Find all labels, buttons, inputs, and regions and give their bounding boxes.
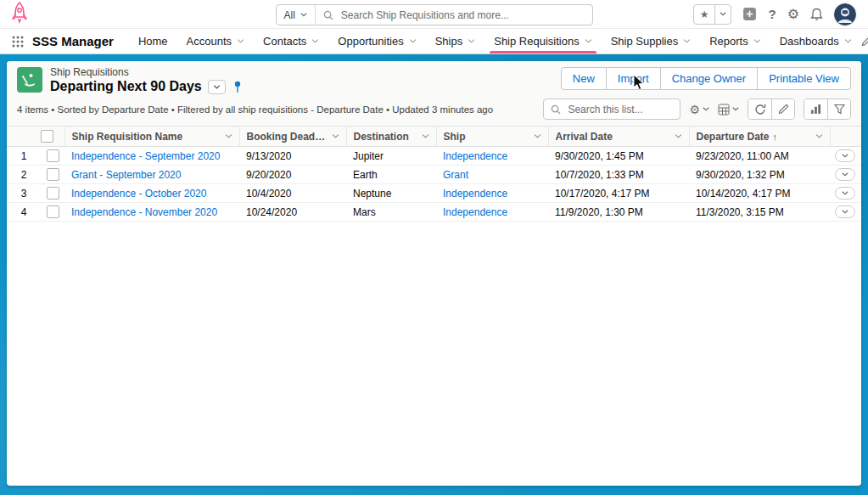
notifications-button[interactable] [810, 8, 823, 21]
row-actions-button[interactable] [835, 149, 855, 162]
filter-icon [834, 104, 845, 115]
favorites-menu-button[interactable] [714, 5, 731, 24]
row-actions-button[interactable] [835, 187, 855, 200]
column-header-destination[interactable]: Destination [346, 127, 436, 147]
requisition-link[interactable]: Independence - October 2020 [71, 188, 206, 200]
pin-icon [233, 81, 242, 93]
list-view-card: Ship Requisitions Departing Next 90 Days [7, 61, 861, 486]
printable-view-button[interactable]: Printable View [758, 67, 851, 90]
search-scope-selector[interactable]: All [277, 5, 316, 25]
app-launcher-icon[interactable] [12, 29, 24, 53]
ship-link[interactable]: Independence [443, 150, 507, 162]
chevron-down-icon [422, 134, 429, 138]
table-row: 2 Grant - September 2020 9/20/2020 Earth… [7, 166, 861, 184]
tab-home[interactable]: Home [129, 29, 177, 53]
select-all-header [41, 127, 64, 147]
gear-icon: ⚙ [787, 8, 799, 21]
global-actions-button[interactable] [742, 7, 757, 21]
favorites-button[interactable]: ★ [693, 4, 732, 25]
filters-button[interactable] [827, 99, 850, 119]
table-row: 1 Independence - September 2020 9/13/202… [7, 147, 861, 166]
ship-link[interactable]: Grant [443, 169, 468, 181]
row-number: 3 [7, 184, 41, 203]
table-row: 4 Independence - November 2020 10/24/202… [7, 203, 861, 222]
rocket-logo-icon [12, 2, 27, 27]
refresh-button[interactable] [748, 99, 771, 119]
chevron-down-icon [842, 154, 848, 158]
column-header-booking-deadline[interactable]: Booking Deadline [239, 127, 346, 147]
table-row: 3 Independence - October 2020 10/4/2020 … [7, 184, 861, 203]
tab-label: Accounts [187, 35, 232, 48]
cell-arrival-date: 10/17/2020, 4:17 PM [548, 184, 689, 203]
app-nav-bar: SSS Manager Home Accounts Contacts Oppor… [0, 29, 868, 54]
list-view-table: Ship Requisition Name Booking Deadline D… [7, 126, 861, 222]
import-button[interactable]: Import [607, 67, 661, 90]
requisition-link[interactable]: Grant - September 2020 [71, 169, 181, 181]
tab-contacts[interactable]: Contacts [254, 29, 328, 53]
table-header-row: Ship Requisition Name Booking Deadline D… [7, 127, 861, 147]
tab-opportunities[interactable]: Opportunities [328, 29, 425, 53]
chevron-down-icon [683, 39, 691, 43]
row-number-header [7, 127, 41, 147]
chevron-down-icon [842, 191, 848, 195]
app-name: SSS Manager [32, 29, 114, 53]
display-as-button[interactable] [718, 104, 739, 115]
select-all-checkbox[interactable] [41, 130, 53, 143]
requisition-link[interactable]: Independence - September 2020 [71, 150, 220, 162]
chevron-down-icon [332, 134, 339, 138]
charts-button[interactable] [804, 99, 827, 119]
list-view-controls-button[interactable]: ⚙ [689, 104, 709, 115]
tab-label: Ships [435, 35, 463, 48]
list-view-title: Departing Next 90 Days [50, 79, 202, 94]
row-checkbox[interactable] [47, 149, 59, 162]
chevron-down-icon [703, 107, 709, 111]
row-number: 2 [7, 166, 41, 184]
screen: All ★ ? ⚙ [0, 0, 868, 495]
list-search-input[interactable] [566, 103, 673, 116]
column-header-ship[interactable]: Ship [436, 127, 548, 147]
tab-ship-requisitions[interactable]: Ship Requisitions [484, 29, 601, 53]
list-view-selector-button[interactable] [208, 80, 226, 94]
setup-button[interactable]: ⚙ [787, 8, 799, 21]
row-checkbox[interactable] [47, 187, 59, 200]
ship-link[interactable]: Independence [443, 188, 507, 200]
pin-list-button[interactable] [232, 81, 244, 93]
list-meta-text: 4 items • Sorted by Departure Date • Fil… [17, 104, 493, 115]
column-header-arrival-date[interactable]: Arrival Date [548, 127, 689, 147]
list-view-title-block: Ship Requisitions Departing Next 90 Days [50, 67, 244, 94]
tab-accounts[interactable]: Accounts [177, 29, 254, 53]
cell-departure-date: 9/23/2020, 11:00 AM [689, 147, 830, 166]
cell-destination: Earth [346, 166, 436, 184]
search-icon [323, 10, 333, 20]
chevron-down-icon [225, 134, 232, 138]
help-button[interactable]: ? [768, 7, 776, 21]
inline-edit-button[interactable] [771, 99, 794, 119]
tab-ships[interactable]: Ships [426, 29, 485, 53]
list-view-header: Ship Requisitions Departing Next 90 Days [7, 61, 861, 126]
tab-reports[interactable]: Reports [700, 29, 770, 53]
chevron-down-icon [732, 107, 739, 111]
chevron-down-icon [842, 172, 848, 177]
chevron-down-icon [300, 13, 307, 17]
cell-departure-date: 10/14/2020, 4:17 PM [689, 184, 830, 203]
row-checkbox[interactable] [47, 168, 59, 181]
requisition-link[interactable]: Independence - November 2020 [71, 206, 217, 218]
column-header-departure-date[interactable]: Departure Date ↑ [689, 127, 830, 147]
change-owner-button[interactable]: Change Owner [661, 67, 758, 90]
chart-icon [810, 104, 821, 115]
cell-arrival-date: 10/7/2020, 1:33 PM [548, 166, 689, 184]
row-actions-button[interactable] [835, 205, 855, 218]
row-checkbox[interactable] [47, 205, 59, 218]
tab-dashboards[interactable]: Dashboards [770, 29, 861, 53]
new-button[interactable]: New [561, 67, 607, 90]
tab-label: Ship Requisitions [494, 35, 579, 48]
ship-link[interactable]: Independence [443, 206, 507, 218]
global-search-input[interactable] [339, 8, 585, 22]
edit-nav-button[interactable] [861, 29, 868, 53]
chevron-down-icon [311, 39, 319, 43]
chevron-down-icon [468, 39, 475, 43]
row-actions-button[interactable] [835, 168, 855, 181]
column-header-ship-requisition-name[interactable]: Ship Requisition Name [64, 127, 239, 147]
tab-ship-supplies[interactable]: Ship Supplies [602, 29, 701, 53]
user-avatar[interactable] [834, 3, 856, 25]
